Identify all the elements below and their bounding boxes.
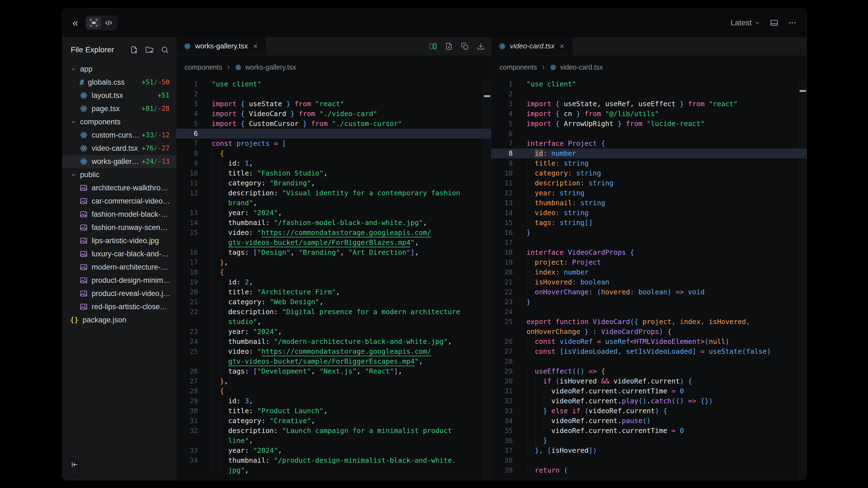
code-line[interactable]: 22 description: "Digital presence for a … — [177, 307, 491, 317]
code-line[interactable]: 26 const videoRef = useRef<HTMLVideoElem… — [491, 337, 807, 347]
code-line[interactable]: 7const projects = [ — [177, 139, 491, 149]
code-line[interactable]: 2 — [491, 89, 807, 99]
code-line[interactable]: 16} — [491, 228, 807, 238]
code-line[interactable]: 28 — [491, 357, 807, 366]
code-line[interactable]: 17 }, — [177, 258, 491, 267]
code-line[interactable]: 26 tags: ["Development", "Next.js", "Rea… — [177, 366, 491, 376]
tree-file-custom-curs[interactable]: custom-curs…+33/-12 — [62, 128, 176, 142]
tree-file-layout-tsx[interactable]: layout.tsx+51 — [62, 89, 176, 102]
tab-video-card[interactable]: video-card.tsx — [491, 37, 573, 55]
code-line[interactable]: 6 — [177, 129, 491, 139]
code-line[interactable]: 35 videoRef.current.currentTime = 0 — [491, 426, 807, 436]
code-line[interactable]: 39 return ( — [491, 465, 807, 475]
code-line[interactable]: 34 videoRef.current.pause() — [491, 416, 807, 426]
collapse-sidebar-button[interactable] — [67, 457, 82, 472]
code-line[interactable]: 11 category: "Branding", — [177, 178, 491, 188]
code-line[interactable]: 3import { useState } from "react" — [177, 99, 491, 109]
code-line[interactable]: 2 — [177, 89, 491, 99]
code-line[interactable]: 25 video: "https://commondatastorage.goo… — [177, 347, 491, 357]
code-line[interactable]: 20 index: number — [491, 267, 807, 277]
code-line[interactable]: 27 const [isVideoLoaded, setIsVideoLoade… — [491, 347, 807, 357]
code-line[interactable]: 13 year: "2024", — [177, 208, 491, 218]
version-selector[interactable]: Latest — [731, 19, 761, 27]
code-line[interactable]: 31 videoRef.current.currentTime = 0 — [491, 386, 807, 396]
code-line[interactable]: 32 description: "Launch campaign for a m… — [177, 426, 491, 436]
code-line[interactable]: 5import { ArrowUpRight } from "lucide-re… — [491, 119, 807, 129]
code-line[interactable]: 27 }, — [177, 376, 491, 386]
tree-folder-components[interactable]: components — [62, 115, 176, 128]
code-line[interactable]: 10 title: "Fashion Studio", — [177, 168, 491, 178]
code-line[interactable]: 30 title: "Product Launch", — [177, 406, 491, 416]
tree-folder-public[interactable]: public — [62, 168, 176, 181]
preview-toggle-button[interactable] — [86, 17, 101, 29]
tab-works-gallery[interactable]: works-gallery.tsx — [177, 37, 267, 55]
code-line[interactable]: 33 year: "2024", — [177, 446, 491, 456]
tree-file-package-json[interactable]: {}package.json — [62, 313, 176, 327]
code-line[interactable]: 9 id: 1, — [177, 158, 491, 168]
code-line[interactable]: 29 useEffect(() => { — [491, 366, 807, 376]
code-line[interactable]: 1"use client" — [177, 79, 491, 89]
add-file-button[interactable] — [445, 42, 453, 50]
breadcrumb-folder[interactable]: components — [185, 63, 222, 71]
diff-view-button[interactable] — [429, 42, 437, 50]
code-line[interactable]: 36 } — [491, 436, 807, 446]
code-line[interactable]: 23} — [491, 297, 807, 307]
code-line[interactable]: studio", — [177, 317, 491, 327]
code-line[interactable]: 21 category: "Web Design", — [177, 297, 491, 307]
code-line[interactable]: 38 — [491, 456, 807, 465]
new-file-button[interactable] — [130, 46, 138, 54]
code-line[interactable]: 30 if (isHovered && videoRef.current) { — [491, 376, 807, 386]
code-line[interactable]: 15 tags: string[] — [491, 218, 807, 228]
code-line[interactable]: 5import { CustomCursor } from "./custom-… — [177, 119, 491, 129]
tree-file-lips-artistic-video-jpg[interactable]: lips-artistic-video.jpg — [62, 234, 176, 247]
code-line[interactable]: line", — [177, 436, 491, 446]
panel-layout-button[interactable] — [770, 19, 779, 27]
code-line[interactable]: 25export function VideoCard({ project, i… — [491, 317, 807, 327]
code-line[interactable]: 13 thumbnail: string — [491, 198, 807, 208]
breadcrumb-file[interactable]: works-gallery.tsx — [245, 63, 296, 71]
code-line[interactable]: 15 video: "https://commondatastorage.goo… — [177, 228, 491, 238]
code-line[interactable]: 37 }, [isHovered]) — [491, 446, 807, 456]
code-line[interactable]: 28 { — [177, 386, 491, 396]
code-line[interactable]: 8 { — [177, 149, 491, 158]
code-line[interactable]: 31 category: "Creative", — [177, 416, 491, 426]
code-line[interactable]: 34 thumbnail: "/product-design-minimalis… — [177, 456, 491, 465]
code-line[interactable]: 19 project: Project — [491, 258, 807, 267]
tree-file-product-reveal-video-j[interactable]: product-reveal-video.j… — [62, 287, 176, 300]
tree-file-page-tsx[interactable]: page.tsx+81/-28 — [62, 102, 176, 115]
more-options-button[interactable] — [788, 19, 797, 27]
code-line[interactable]: 10 category: string — [491, 168, 807, 178]
code-line[interactable]: 14 video: string — [491, 208, 807, 218]
tree-file-product-design-minim[interactable]: product-design-minim… — [62, 274, 176, 287]
collapse-panel-button[interactable]: « — [72, 18, 78, 28]
code-line[interactable]: 11 description: string — [491, 178, 807, 188]
code-line[interactable]: 18 { — [177, 267, 491, 277]
copy-button[interactable] — [461, 42, 469, 50]
tree-file-video-card-tsx[interactable]: video-card.tsx+76/-27 — [62, 142, 176, 155]
code-line[interactable]: 17 — [491, 238, 807, 248]
search-button[interactable] — [161, 46, 169, 54]
tree-file-car-commercial-video[interactable]: car-commercial-video… — [62, 194, 176, 208]
tree-folder-app[interactable]: app — [62, 62, 176, 76]
code-line[interactable]: 16 tags: ["Design", "Branding", "Art Dir… — [177, 248, 491, 258]
tree-file-modern-architecture[interactable]: modern-architecture-… — [62, 261, 176, 274]
tree-file-globals-css[interactable]: #globals.css+51/-50 — [62, 76, 176, 89]
code-line[interactable]: 33 } else if (videoRef.current) { — [491, 406, 807, 416]
code-line[interactable]: 24 thumbnail: "/modern-architecture-blac… — [177, 337, 491, 347]
tree-file-works-galler[interactable]: works-galler…+24/-13 — [62, 155, 176, 168]
code-line[interactable]: 4import { VideoCard } from "./video-card… — [177, 109, 491, 119]
code-line[interactable]: gtv-videos-bucket/sample/ForBiggerBlazes… — [177, 238, 491, 248]
code-line[interactable]: brand", — [177, 198, 491, 208]
code-line[interactable]: gtv-videos-bucket/sample/ForBiggerEscape… — [177, 357, 491, 366]
code-line[interactable]: onHoverChange } : VideoCardProps) { — [491, 327, 807, 337]
code-line[interactable]: 20 title: "Architecture Firm", — [177, 287, 491, 297]
code-line[interactable]: 7interface Project { — [491, 139, 807, 149]
download-button[interactable] — [477, 42, 485, 50]
code-line[interactable]: 14 thumbnail: "/fashion-model-black-and-… — [177, 218, 491, 228]
code-line[interactable]: 18interface VideoCardProps { — [491, 248, 807, 258]
close-tab-icon[interactable] — [558, 43, 565, 50]
code-line[interactable]: 22 onHoverChange: (hovered: boolean) => … — [491, 287, 807, 297]
code-line[interactable]: jpg", — [177, 465, 491, 475]
breadcrumb-file[interactable]: video-card.tsx — [560, 63, 603, 71]
code-line[interactable]: 1"use client" — [491, 79, 807, 89]
